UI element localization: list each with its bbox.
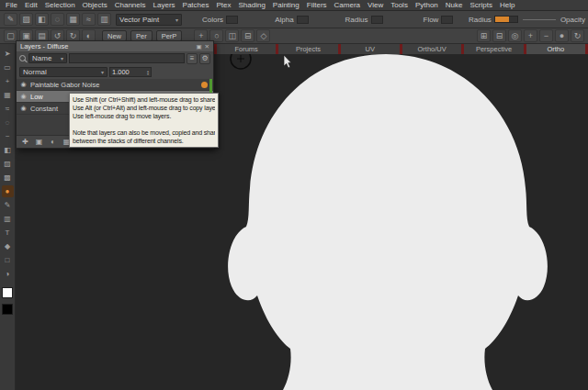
blend-mode-select[interactable]: Normal ▾ <box>19 67 107 77</box>
menu-item[interactable]: Filters <box>303 0 331 10</box>
radius-widget[interactable] <box>371 16 383 24</box>
focus-icon[interactable]: ◎ <box>508 29 522 42</box>
towpaint-icon[interactable]: ≈ <box>82 13 96 26</box>
chevron-down-icon: ▾ <box>56 55 63 61</box>
menu-item[interactable]: File <box>2 0 21 10</box>
mouse-cursor <box>284 55 291 68</box>
radius-slider[interactable] <box>494 16 518 23</box>
blur-tool[interactable]: ◌ <box>2 117 14 128</box>
grid-toggle-icon[interactable]: ⊞ <box>477 29 491 42</box>
transform-tool[interactable]: + <box>2 75 14 87</box>
paint-tool[interactable]: ● <box>2 185 14 197</box>
foreground-color-swatch[interactable] <box>2 287 13 298</box>
paint-mode-select[interactable]: Vector Paint ▾ <box>116 14 182 26</box>
viewport-tab[interactable]: Perspective <box>461 44 523 54</box>
tooltip-line <box>73 120 215 128</box>
background-color-swatch[interactable] <box>2 304 13 315</box>
menu-item[interactable]: Tools <box>387 0 412 10</box>
mirror-v-icon[interactable]: ⊟ <box>241 29 254 42</box>
gradient-icon[interactable]: ▥ <box>97 13 111 26</box>
snap-icon[interactable]: ◇ <box>256 29 270 42</box>
eraser-tool[interactable]: ▨ <box>2 158 14 170</box>
blend-mode-value: Normal <box>23 68 47 76</box>
radius-label: Radius <box>345 16 368 24</box>
layers-panel-titlebar[interactable]: Layers - Diffuse ▣ ✕ <box>17 41 213 51</box>
layer-search-input[interactable] <box>69 53 185 63</box>
layer-amount-field[interactable]: 1.000 ▴▾ <box>109 67 152 77</box>
flow-widget[interactable] <box>441 16 453 24</box>
tooltip-line: Use left-mouse drag to move layers. <box>73 112 215 120</box>
colors-swatch[interactable] <box>226 16 238 24</box>
menu-item[interactable]: Patches <box>179 0 213 10</box>
zoom-in-icon[interactable]: + <box>524 29 537 42</box>
filter-options-icon[interactable]: ≡ <box>187 53 198 64</box>
pixel-select-tool[interactable]: □ <box>2 254 14 266</box>
mirror-h-icon[interactable]: ◫ <box>225 29 239 42</box>
warp-tool[interactable]: ▦ <box>2 89 14 101</box>
viewport-tab[interactable]: UV <box>338 44 400 54</box>
menu-item[interactable]: Shading <box>234 0 268 10</box>
menu-item[interactable]: Camera <box>331 0 364 10</box>
eraser-icon[interactable]: ▨ <box>19 13 33 26</box>
menu-item[interactable]: Ptex <box>212 0 234 10</box>
menu-item[interactable]: Nuke <box>442 0 467 10</box>
add-layer-icon[interactable]: ✚ <box>20 137 30 147</box>
menu-item[interactable]: Selection <box>41 0 79 10</box>
menu-item[interactable]: Layers <box>150 0 179 10</box>
viewport-tab[interactable]: Projects <box>276 44 337 54</box>
viewport-tab[interactable]: Ortho/UV <box>400 44 461 54</box>
blend-row: Normal ▾ 1.000 ▴▾ <box>17 65 213 79</box>
smear-tool[interactable]: ~ <box>2 130 14 142</box>
opacity-slider[interactable] <box>523 19 556 20</box>
clone-stamp-tool[interactable]: ◧ <box>2 144 14 156</box>
menu-item[interactable]: Python <box>412 0 442 10</box>
spinner-arrows-icon[interactable]: ▴▾ <box>147 70 149 75</box>
menu-item[interactable]: Edit <box>21 0 41 10</box>
wireframe-toggle-icon[interactable]: ⊟ <box>492 29 506 42</box>
slerp-tool[interactable]: ≈ <box>2 103 14 115</box>
clone-icon[interactable]: ▦ <box>66 13 80 26</box>
marquee-select-tool[interactable]: ▭ <box>2 61 14 73</box>
colors-label: Colors <box>202 16 223 24</box>
gear-icon[interactable]: ⚙ <box>199 53 210 64</box>
paint-through-tool[interactable]: ▩ <box>2 172 14 184</box>
layer-visibility-icon[interactable]: ◉ <box>19 105 28 112</box>
alpha-widget[interactable] <box>297 16 309 24</box>
menu-item[interactable]: Painting <box>269 0 303 10</box>
radius-slider-fill <box>495 17 509 22</box>
mask-tool[interactable]: ◑ <box>2 268 14 280</box>
add-adjustment-icon[interactable]: ◐ <box>48 137 58 147</box>
paint-mode-value: Vector Paint <box>119 16 159 24</box>
menu-item[interactable]: Help <box>496 0 518 10</box>
vector-paint-tool[interactable]: ✎ <box>2 199 14 211</box>
blur-icon[interactable]: ◌ <box>51 13 64 26</box>
close-panel-icon[interactable]: ✕ <box>205 43 209 50</box>
viewport-tab[interactable]: Ortho <box>524 44 585 54</box>
pan-icon[interactable]: ● <box>555 29 569 42</box>
menu-item[interactable]: Objects <box>79 0 111 10</box>
eyedropper-tool[interactable]: ◆ <box>2 240 14 252</box>
menu-item[interactable]: View <box>364 0 387 10</box>
filter-mode-select[interactable]: Name ▾ <box>28 53 67 63</box>
undock-panel-icon[interactable]: ▣ <box>196 43 201 50</box>
menu-item[interactable]: Channels <box>111 0 150 10</box>
view-control-icons: ⊞⊟◎+−●↻ <box>476 29 585 42</box>
gradient-tool[interactable]: ▥ <box>2 213 14 225</box>
layer-visibility-icon[interactable]: ◉ <box>19 81 28 88</box>
reset-view-icon[interactable]: ↻ <box>571 29 584 42</box>
tool-list: ➤▭+▦≈◌~◧▨▩●✎▥T◆□◑ <box>2 48 14 282</box>
zoom-out-icon[interactable]: − <box>539 29 553 42</box>
chevron-down-icon: ▾ <box>171 17 178 23</box>
viewport-tab[interactable]: Forums <box>214 44 276 54</box>
layers-filter-row: Name ▾ ≡ ⚙ <box>17 51 213 65</box>
paint-through-icon[interactable]: ◧ <box>35 13 49 26</box>
pointer-tool[interactable]: ➤ <box>2 48 14 60</box>
add-folder-icon[interactable]: ▣ <box>34 137 44 147</box>
opacity-label: Opacity <box>560 16 585 24</box>
layer-visibility-icon[interactable]: ◉ <box>19 93 28 100</box>
text-tool[interactable]: T <box>2 227 14 239</box>
paint-tool-icons: ✎▨◧◌▦≈▥ <box>3 13 112 26</box>
layer-row[interactable]: ◉ Paintable Gabor Noise <box>17 79 213 91</box>
paint-brush-icon[interactable]: ✎ <box>4 13 17 26</box>
menu-item[interactable]: Scripts <box>466 0 495 10</box>
